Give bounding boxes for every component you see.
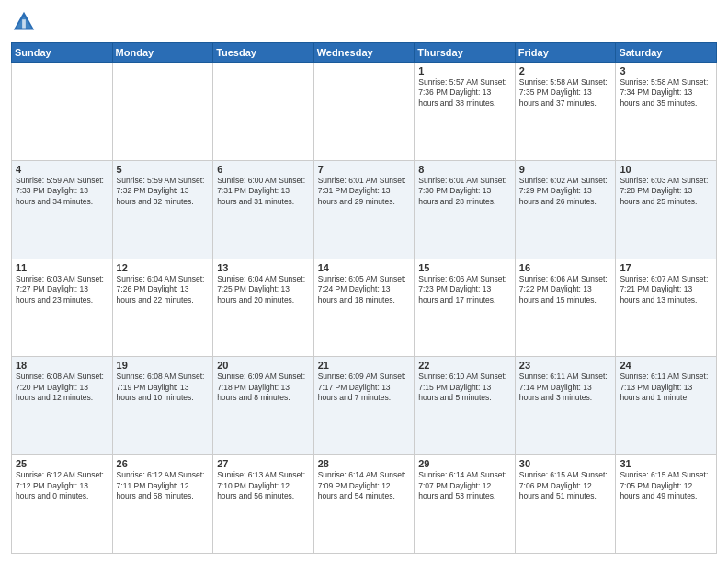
weekday-header-tuesday: Tuesday xyxy=(213,43,314,63)
day-cell: 2Sunrise: 5:58 AM Sunset: 7:35 PM Daylig… xyxy=(515,63,616,161)
day-info: Sunrise: 6:08 AM Sunset: 7:20 PM Dayligh… xyxy=(16,372,108,403)
day-info: Sunrise: 6:10 AM Sunset: 7:15 PM Dayligh… xyxy=(418,372,511,403)
day-number: 17 xyxy=(620,262,712,273)
day-cell xyxy=(12,63,113,161)
day-cell: 17Sunrise: 6:07 AM Sunset: 7:21 PM Dayli… xyxy=(616,259,717,357)
header xyxy=(11,9,717,35)
week-row-4: 18Sunrise: 6:08 AM Sunset: 7:20 PM Dayli… xyxy=(12,357,717,455)
weekday-header-sunday: Sunday xyxy=(12,43,113,63)
day-cell: 27Sunrise: 6:13 AM Sunset: 7:10 PM Dayli… xyxy=(213,455,314,554)
day-info: Sunrise: 6:12 AM Sunset: 7:12 PM Dayligh… xyxy=(16,470,108,501)
day-cell: 23Sunrise: 6:11 AM Sunset: 7:14 PM Dayli… xyxy=(515,357,616,455)
day-number: 21 xyxy=(318,360,411,371)
logo-icon xyxy=(11,9,37,35)
day-number: 1 xyxy=(418,65,511,76)
day-cell xyxy=(213,63,314,161)
day-number: 13 xyxy=(217,262,310,273)
day-number: 28 xyxy=(318,458,411,469)
day-cell: 3Sunrise: 5:58 AM Sunset: 7:34 PM Daylig… xyxy=(616,63,717,161)
day-number: 18 xyxy=(16,360,108,371)
day-number: 3 xyxy=(620,65,712,76)
day-number: 2 xyxy=(519,65,612,76)
day-info: Sunrise: 6:15 AM Sunset: 7:05 PM Dayligh… xyxy=(620,470,712,501)
logo xyxy=(11,9,40,35)
day-cell: 19Sunrise: 6:08 AM Sunset: 7:19 PM Dayli… xyxy=(112,357,213,455)
day-cell: 30Sunrise: 6:15 AM Sunset: 7:06 PM Dayli… xyxy=(515,455,616,554)
day-cell: 14Sunrise: 6:05 AM Sunset: 7:24 PM Dayli… xyxy=(313,259,415,357)
day-number: 29 xyxy=(418,458,511,469)
day-info: Sunrise: 6:03 AM Sunset: 7:28 PM Dayligh… xyxy=(620,176,712,207)
day-info: Sunrise: 6:08 AM Sunset: 7:19 PM Dayligh… xyxy=(117,372,210,403)
day-cell: 7Sunrise: 6:01 AM Sunset: 7:31 PM Daylig… xyxy=(313,160,415,259)
day-number: 25 xyxy=(16,458,108,469)
day-info: Sunrise: 5:59 AM Sunset: 7:33 PM Dayligh… xyxy=(16,176,108,207)
weekday-header-friday: Friday xyxy=(515,43,616,63)
day-cell: 20Sunrise: 6:09 AM Sunset: 7:18 PM Dayli… xyxy=(213,357,314,455)
day-number: 11 xyxy=(16,262,108,273)
day-number: 30 xyxy=(519,458,612,469)
day-number: 14 xyxy=(318,262,411,273)
day-info: Sunrise: 6:01 AM Sunset: 7:30 PM Dayligh… xyxy=(418,176,511,207)
day-number: 16 xyxy=(519,262,612,273)
day-info: Sunrise: 6:14 AM Sunset: 7:07 PM Dayligh… xyxy=(418,470,511,501)
day-cell: 28Sunrise: 6:14 AM Sunset: 7:09 PM Dayli… xyxy=(313,455,415,554)
day-number: 6 xyxy=(217,164,310,175)
day-info: Sunrise: 6:03 AM Sunset: 7:27 PM Dayligh… xyxy=(16,274,108,305)
day-cell: 10Sunrise: 6:03 AM Sunset: 7:28 PM Dayli… xyxy=(616,160,717,259)
calendar-table: SundayMondayTuesdayWednesdayThursdayFrid… xyxy=(11,42,717,554)
weekday-header-monday: Monday xyxy=(112,43,213,63)
day-number: 22 xyxy=(418,360,511,371)
day-cell: 18Sunrise: 6:08 AM Sunset: 7:20 PM Dayli… xyxy=(12,357,113,455)
day-cell: 9Sunrise: 6:02 AM Sunset: 7:29 PM Daylig… xyxy=(515,160,616,259)
day-number: 4 xyxy=(16,164,108,175)
day-number: 5 xyxy=(117,164,210,175)
week-row-3: 11Sunrise: 6:03 AM Sunset: 7:27 PM Dayli… xyxy=(12,259,717,357)
day-number: 24 xyxy=(620,360,712,371)
day-info: Sunrise: 6:05 AM Sunset: 7:24 PM Dayligh… xyxy=(318,274,411,305)
day-number: 27 xyxy=(217,458,310,469)
day-cell: 1Sunrise: 5:57 AM Sunset: 7:36 PM Daylig… xyxy=(415,63,516,161)
week-row-2: 4Sunrise: 5:59 AM Sunset: 7:33 PM Daylig… xyxy=(12,160,717,259)
day-cell: 15Sunrise: 6:06 AM Sunset: 7:23 PM Dayli… xyxy=(415,259,516,357)
day-info: Sunrise: 6:11 AM Sunset: 7:13 PM Dayligh… xyxy=(620,372,712,403)
day-info: Sunrise: 6:15 AM Sunset: 7:06 PM Dayligh… xyxy=(519,470,612,501)
day-cell xyxy=(112,63,213,161)
day-info: Sunrise: 6:04 AM Sunset: 7:25 PM Dayligh… xyxy=(217,274,310,305)
day-cell: 26Sunrise: 6:12 AM Sunset: 7:11 PM Dayli… xyxy=(112,455,213,554)
day-number: 12 xyxy=(117,262,210,273)
day-cell: 31Sunrise: 6:15 AM Sunset: 7:05 PM Dayli… xyxy=(616,455,717,554)
day-info: Sunrise: 6:14 AM Sunset: 7:09 PM Dayligh… xyxy=(318,470,411,501)
day-info: Sunrise: 6:04 AM Sunset: 7:26 PM Dayligh… xyxy=(117,274,210,305)
week-row-5: 25Sunrise: 6:12 AM Sunset: 7:12 PM Dayli… xyxy=(12,455,717,554)
day-cell: 6Sunrise: 6:00 AM Sunset: 7:31 PM Daylig… xyxy=(213,160,314,259)
day-info: Sunrise: 6:11 AM Sunset: 7:14 PM Dayligh… xyxy=(519,372,612,403)
day-cell: 12Sunrise: 6:04 AM Sunset: 7:26 PM Dayli… xyxy=(112,259,213,357)
day-cell: 16Sunrise: 6:06 AM Sunset: 7:22 PM Dayli… xyxy=(515,259,616,357)
day-number: 19 xyxy=(117,360,210,371)
day-number: 8 xyxy=(418,164,511,175)
day-info: Sunrise: 6:02 AM Sunset: 7:29 PM Dayligh… xyxy=(519,176,612,207)
day-info: Sunrise: 6:12 AM Sunset: 7:11 PM Dayligh… xyxy=(117,470,210,501)
weekday-header-wednesday: Wednesday xyxy=(313,43,415,63)
day-number: 15 xyxy=(418,262,511,273)
day-cell: 11Sunrise: 6:03 AM Sunset: 7:27 PM Dayli… xyxy=(12,259,113,357)
page: SundayMondayTuesdayWednesdayThursdayFrid… xyxy=(0,0,728,563)
day-cell: 8Sunrise: 6:01 AM Sunset: 7:30 PM Daylig… xyxy=(415,160,516,259)
day-cell: 4Sunrise: 5:59 AM Sunset: 7:33 PM Daylig… xyxy=(12,160,113,259)
day-cell: 29Sunrise: 6:14 AM Sunset: 7:07 PM Dayli… xyxy=(415,455,516,554)
day-cell: 24Sunrise: 6:11 AM Sunset: 7:13 PM Dayli… xyxy=(616,357,717,455)
day-number: 20 xyxy=(217,360,310,371)
day-info: Sunrise: 6:09 AM Sunset: 7:17 PM Dayligh… xyxy=(318,372,411,403)
day-cell: 25Sunrise: 6:12 AM Sunset: 7:12 PM Dayli… xyxy=(12,455,113,554)
day-info: Sunrise: 6:01 AM Sunset: 7:31 PM Dayligh… xyxy=(318,176,411,207)
day-info: Sunrise: 6:06 AM Sunset: 7:22 PM Dayligh… xyxy=(519,274,612,305)
day-info: Sunrise: 5:58 AM Sunset: 7:34 PM Dayligh… xyxy=(620,77,712,109)
day-cell: 13Sunrise: 6:04 AM Sunset: 7:25 PM Dayli… xyxy=(213,259,314,357)
day-info: Sunrise: 6:07 AM Sunset: 7:21 PM Dayligh… xyxy=(620,274,712,305)
day-number: 23 xyxy=(519,360,612,371)
day-cell: 5Sunrise: 5:59 AM Sunset: 7:32 PM Daylig… xyxy=(112,160,213,259)
weekday-header-saturday: Saturday xyxy=(616,43,717,63)
day-info: Sunrise: 6:06 AM Sunset: 7:23 PM Dayligh… xyxy=(418,274,511,305)
day-number: 7 xyxy=(318,164,411,175)
week-row-1: 1Sunrise: 5:57 AM Sunset: 7:36 PM Daylig… xyxy=(12,63,717,161)
